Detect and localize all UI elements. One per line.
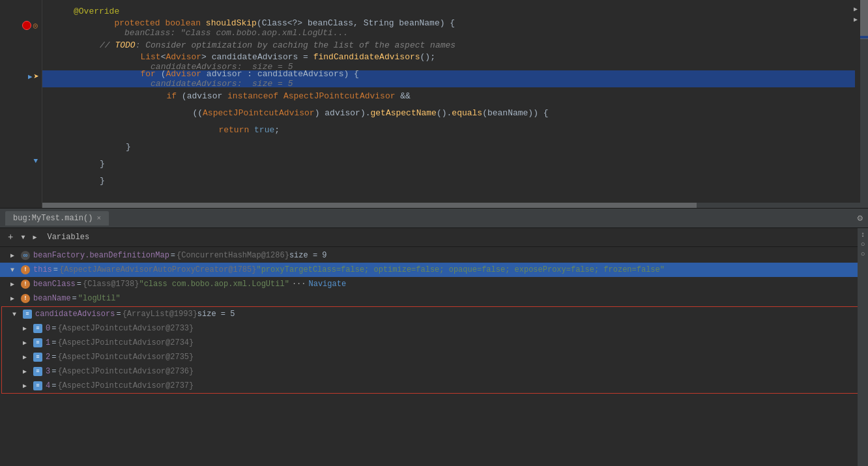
add-watch-button[interactable]: + — [5, 232, 16, 242]
var-name-beanfactory: beanFactory.beanDefinitionMap — [33, 251, 169, 260]
code-line-cast: ((AspectJPointcutAdvisor) advisor).getAs… — [42, 104, 855, 121]
var-icon-candidates: ≡ — [23, 310, 32, 319]
debug-tab[interactable]: bug:MyTest.main() × — [5, 211, 109, 226]
expand-arrow-4-icon — [23, 382, 31, 390]
var-value-4: {AspectJPointcutAdvisor@2737} — [57, 381, 194, 390]
code-line-protected: protected boolean shouldSkip(Class<?> be… — [42, 20, 855, 36]
var-index-0: 0 — [46, 324, 50, 333]
debug-tab-label: bug:MyTest.main() — [13, 214, 93, 223]
var-icon-beanclass: ! — [21, 280, 30, 289]
var-size-candidates: size = 5 — [197, 310, 235, 319]
expand-arrow-1-icon — [23, 339, 31, 347]
var-icon-2: ≡ — [33, 353, 42, 362]
var-item-candidateadvisors[interactable]: ≡ candidateAdvisors = {ArrayList@1993} s… — [2, 307, 866, 321]
debug-target-icon: ◎ — [33, 21, 38, 31]
expand-arrow-3-icon — [23, 368, 31, 375]
variables-panel: + ▼ ▶ Variables ∞ beanFactory.beanDefini… — [0, 228, 868, 466]
var-item-advisor-2[interactable]: ≡ 2 = {AspectJPointcutAdvisor@2735} — [2, 350, 866, 364]
var-value-0: {AspectJPointcutAdvisor@2733} — [57, 324, 194, 333]
execution-arrow-icon: ➤ — [34, 71, 39, 82]
debug-tab-bar: bug:MyTest.main() × ⚙ — [0, 209, 868, 228]
var-size-beanfactory: size = 9 — [289, 251, 327, 260]
navigate-link-beanclass[interactable]: Navigate — [308, 280, 346, 289]
var-name-candidates: candidateAdvisors — [35, 310, 115, 319]
horizontal-scrollbar[interactable] — [42, 203, 860, 208]
debug-tab-close[interactable]: × — [96, 214, 101, 222]
collapse-arrow-icon[interactable]: ▶ — [854, 5, 858, 13]
var-icon-0: ≡ — [33, 324, 42, 333]
var-side-panel: ↕ ○ ○ — [858, 228, 868, 466]
var-name-this: this — [33, 265, 52, 274]
code-editor: ◎ ▶ ➤ ▼ @Override pro — [0, 0, 868, 209]
var-value-beanclass: "class com.bobo.aop.xml.LogUtil" — [139, 280, 289, 289]
var-index-1: 1 — [46, 338, 50, 347]
var-type-beanclass: {Class@1738} — [83, 280, 139, 289]
var-icon-1: ≡ — [33, 338, 42, 347]
debug-circle-icon — [22, 21, 31, 30]
var-type-this: {AspectJAwareAdvisorAutoProxyCreator@178… — [59, 265, 256, 274]
code-line-close-method: } — [42, 172, 855, 189]
var-item-beanfactory[interactable]: ∞ beanFactory.beanDefinitionMap = {Concu… — [0, 248, 868, 263]
var-item-advisor-4[interactable]: ≡ 4 = {AspectJPointcutAdvisor@2737} — [2, 379, 866, 393]
expand-arrow-beanclass-icon — [10, 280, 18, 288]
settings-gear-icon[interactable]: ⚙ — [858, 212, 863, 224]
var-index-2: 2 — [46, 353, 50, 362]
code-line-close-for: } — [42, 155, 855, 172]
fold-icon: ▶ — [28, 72, 33, 81]
collapse-all-button[interactable]: ▼ — [18, 234, 27, 241]
collapse-arrow-icon-2[interactable]: ▶ — [854, 16, 858, 23]
var-side-icon-1[interactable]: ↕ — [861, 231, 865, 239]
expand-arrow-2-icon — [23, 353, 31, 361]
var-item-this[interactable]: ! this = {AspectJAwareAdvisorAutoProxyCr… — [0, 263, 868, 277]
var-item-advisor-3[interactable]: ≡ 3 = {AspectJPointcutAdvisor@2736} — [2, 364, 866, 379]
expand-arrow-0-icon — [23, 325, 31, 332]
var-type-beanfactory: {ConcurrentHashMap@1286} — [177, 251, 289, 260]
variables-header: + ▼ ▶ Variables — [0, 228, 868, 247]
variables-list: ∞ beanFactory.beanDefinitionMap = {Concu… — [0, 247, 868, 396]
var-value-3: {AspectJPointcutAdvisor@2736} — [57, 367, 194, 376]
var-value-1: {AspectJPointcutAdvisor@2734} — [57, 338, 194, 347]
var-toolbar: + ▼ ▶ — [5, 232, 39, 242]
var-icon-3: ≡ — [33, 367, 42, 376]
var-item-beanclass[interactable]: ! beanClass = {Class@1738} "class com.bo… — [0, 277, 868, 291]
var-index-4: 4 — [46, 381, 50, 390]
fold-close-icon: ▼ — [33, 157, 38, 165]
var-icon-4: ≡ — [33, 381, 42, 390]
var-icon-beanname: ! — [21, 294, 30, 303]
var-value-beanname: "logUtil" — [78, 294, 121, 303]
var-type-candidates: {ArrayList@1993} — [123, 310, 197, 319]
candidate-advisors-container: ≡ candidateAdvisors = {ArrayList@1993} s… — [1, 306, 867, 394]
var-name-beanclass: beanClass — [33, 280, 76, 289]
expand-arrow-candidates-icon — [12, 311, 20, 318]
var-value-2: {AspectJPointcutAdvisor@2735} — [57, 353, 194, 362]
var-index-3: 3 — [46, 367, 50, 376]
var-name-beanname: beanName — [33, 294, 71, 303]
var-value-this: "proxyTargetClass=false; optimize=false;… — [256, 265, 665, 274]
code-line-return: return true; — [42, 121, 855, 138]
expand-arrow-icon — [10, 252, 18, 259]
var-item-advisor-0[interactable]: ≡ 0 = {AspectJPointcutAdvisor@2733} — [2, 321, 866, 336]
var-icon-this: ! — [21, 265, 30, 274]
var-item-beanname[interactable]: ! beanName = "logUtil" — [0, 291, 868, 306]
expand-arrow-this-icon — [10, 267, 18, 274]
var-side-icon-2[interactable]: ○ — [861, 240, 865, 248]
var-item-advisor-1[interactable]: ≡ 1 = {AspectJPointcutAdvisor@2734} — [2, 336, 866, 350]
code-line-close-if: } — [42, 138, 855, 155]
vertical-scrollbar[interactable] — [860, 0, 868, 209]
expand-all-button[interactable]: ▶ — [30, 233, 39, 241]
expand-arrow-beanname-icon — [10, 295, 18, 302]
var-icon-infinity: ∞ — [21, 251, 30, 260]
variables-title: Variables — [47, 233, 89, 242]
var-side-icon-3[interactable]: ○ — [861, 250, 865, 258]
